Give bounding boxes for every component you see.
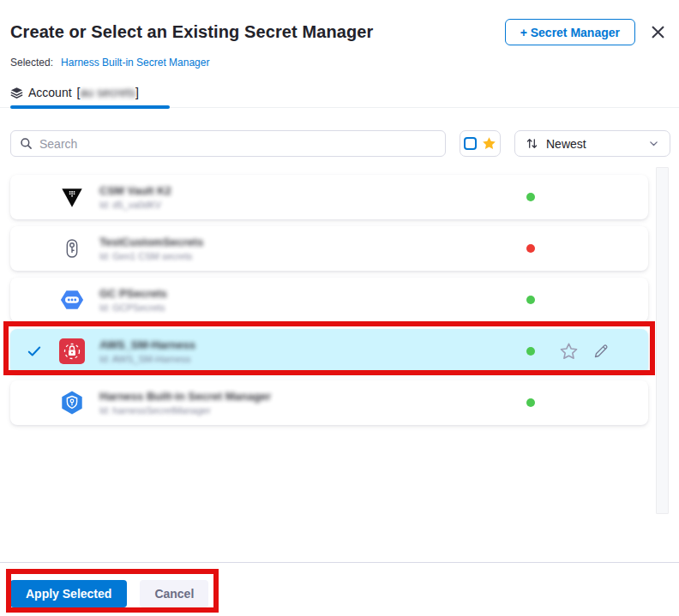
- row-text: GC PSecrets Id: GCPSecrets: [99, 288, 526, 313]
- favorites-checkbox[interactable]: [464, 137, 477, 150]
- gcp-secret-manager-icon: [58, 286, 86, 314]
- row-text: AWS_SM-Harness Id: AWS_SM-Harness: [99, 339, 526, 364]
- footer-buttons: Apply Selected Cancel: [10, 580, 208, 607]
- page-title: Create or Select an Existing Secret Mana…: [10, 22, 505, 42]
- secret-manager-list: CSM Vault K2 Id: d5_va0dKV TestCustomSec…: [10, 175, 648, 425]
- row-text: CSM Vault K2 Id: d5_va0dKV: [99, 185, 526, 210]
- list-scrollbar[interactable]: [656, 167, 669, 514]
- status-dot-green: [526, 296, 535, 304]
- favorite-star-icon: [482, 136, 496, 151]
- selected-secret-manager-link[interactable]: Harness Built-in Secret Manager: [61, 57, 209, 69]
- sort-dropdown[interactable]: Newest: [514, 130, 670, 157]
- vault-icon: [58, 183, 86, 211]
- custom-secret-manager-icon: [58, 235, 86, 262]
- list-item[interactable]: CSM Vault K2 Id: d5_va0dKV: [10, 175, 648, 219]
- tab-scope: [au secrets]: [77, 86, 139, 99]
- selected-label: Selected:: [10, 57, 53, 69]
- sort-arrows-icon: [526, 137, 538, 150]
- secret-manager-name: AWS_SM-Harness: [99, 339, 526, 351]
- secret-manager-name: TestCustomSecrets: [99, 236, 526, 248]
- search-input[interactable]: [39, 137, 436, 151]
- edit-pencil-icon[interactable]: [592, 343, 610, 360]
- favorite-toggle-icon[interactable]: [559, 342, 579, 362]
- favorites-filter[interactable]: [460, 130, 501, 157]
- row-check-slot: [10, 344, 58, 359]
- toolbar: Newest: [10, 130, 669, 157]
- chevron-down-icon: [648, 138, 659, 149]
- close-button[interactable]: [651, 25, 665, 39]
- secret-manager-id: Id: d5_va0dKV: [99, 200, 526, 210]
- row-actions: [559, 342, 641, 362]
- modal-header: Create or Select an Existing Secret Mana…: [0, 0, 679, 45]
- row-text: Harness Built-in Secret Manager Id: harn…: [99, 391, 526, 416]
- layers-icon: [10, 87, 23, 99]
- harness-secret-manager-icon: [58, 389, 86, 416]
- secret-manager-name: GC PSecrets: [99, 288, 526, 300]
- status-dot-green: [526, 398, 535, 407]
- tab-account[interactable]: Account [au secrets]: [10, 86, 139, 107]
- row-text: TestCustomSecrets Id: Gen1 CSM secrets: [99, 236, 526, 261]
- secret-manager-name: Harness Built-in Secret Manager: [99, 391, 526, 403]
- tab-scope-redacted-text: au secrets: [80, 86, 135, 99]
- list-item[interactable]: TestCustomSecrets Id: Gen1 CSM secrets: [10, 226, 648, 271]
- list-item[interactable]: Harness Built-in Secret Manager Id: harn…: [10, 380, 648, 425]
- active-tab-underline: [10, 105, 170, 109]
- tab-bar: Account [au secrets]: [0, 86, 679, 108]
- list-item[interactable]: GC PSecrets Id: GCPSecrets: [10, 278, 648, 322]
- aws-secrets-manager-icon: [58, 338, 86, 365]
- close-icon: [651, 25, 665, 39]
- apply-selected-button[interactable]: Apply Selected: [10, 580, 127, 607]
- secret-manager-id: Id: Gen1 CSM secrets: [99, 251, 526, 261]
- secret-manager-id: Id: harnessSecretManager: [99, 405, 526, 416]
- secret-manager-name: CSM Vault K2: [99, 185, 526, 197]
- sort-selected-value: Newest: [546, 137, 640, 151]
- footer-divider: [0, 562, 679, 563]
- selected-line: Selected: Harness Built-in Secret Manage…: [0, 45, 679, 69]
- secret-manager-id: Id: AWS_SM-Harness: [99, 354, 526, 364]
- tab-account-label: Account: [28, 86, 72, 99]
- secret-manager-id: Id: GCPSecrets: [99, 302, 526, 313]
- list-item-selected[interactable]: AWS_SM-Harness Id: AWS_SM-Harness: [10, 329, 648, 374]
- status-dot-green: [526, 347, 535, 356]
- status-dot-green: [526, 193, 535, 201]
- cancel-button[interactable]: Cancel: [140, 580, 208, 607]
- new-secret-manager-button[interactable]: + Secret Manager: [505, 19, 635, 45]
- status-dot-red: [526, 244, 535, 253]
- check-icon: [27, 344, 42, 359]
- search-icon: [20, 137, 33, 150]
- search-box[interactable]: [10, 130, 446, 157]
